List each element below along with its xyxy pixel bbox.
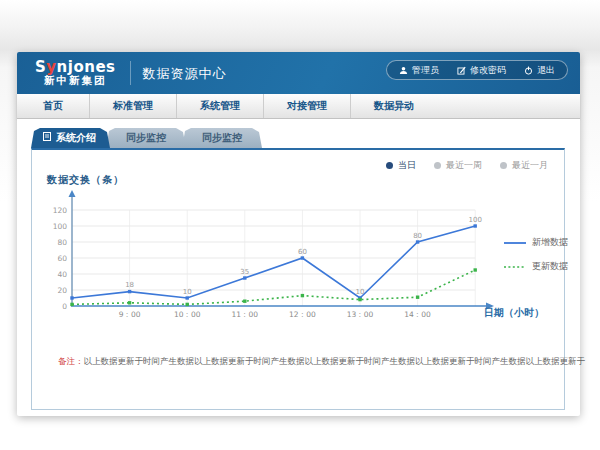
user-menu: 管理员 修改密码 退出 xyxy=(386,60,568,80)
filter-label: 最近一月 xyxy=(512,159,548,172)
legend-label: 新增数据 xyxy=(532,236,568,249)
y-axis-title: 数据交换（条） xyxy=(47,173,124,187)
change-password-button[interactable]: 修改密码 xyxy=(457,64,506,77)
tab-label: 同步监控 xyxy=(126,132,166,143)
company-logo: Synjones 新中新集团 xyxy=(35,59,116,87)
svg-text:10：00: 10：00 xyxy=(174,310,201,319)
radio-selected-icon xyxy=(386,162,393,169)
power-icon xyxy=(524,66,533,75)
svg-text:11：00: 11：00 xyxy=(232,310,259,319)
svg-text:10: 10 xyxy=(356,288,365,296)
brand-accent: y xyxy=(46,58,56,76)
svg-text:80: 80 xyxy=(413,232,422,240)
logout-button[interactable]: 退出 xyxy=(524,64,555,77)
tab-system-intro[interactable]: 系统介绍 xyxy=(31,128,110,148)
svg-text:13：00: 13：00 xyxy=(347,310,374,319)
svg-text:60: 60 xyxy=(298,248,307,256)
svg-text:80: 80 xyxy=(57,238,67,247)
document-icon xyxy=(43,128,51,148)
admin-user-button[interactable]: 管理员 xyxy=(399,64,439,77)
filter-last-month[interactable]: 最近一月 xyxy=(500,159,548,172)
note-prefix: 备注： xyxy=(58,356,84,366)
x-axis-title: 日期（小时） xyxy=(484,306,544,320)
chart-panel: 当日 最近一周 最近一月 数据交换（条） 0204060801001209：00… xyxy=(31,148,565,410)
tab-label: 同步监控 xyxy=(202,132,242,143)
svg-text:9：00: 9：00 xyxy=(119,310,141,319)
svg-text:18: 18 xyxy=(125,281,134,289)
svg-text:10: 10 xyxy=(183,288,192,296)
admin-user-label: 管理员 xyxy=(412,64,439,77)
company-name: 新中新集团 xyxy=(35,75,116,87)
header-divider xyxy=(130,61,131,85)
tab-sync-monitor-2[interactable]: 同步监控 xyxy=(182,128,262,148)
page-title: 数据资源中心 xyxy=(143,65,227,83)
logout-label: 退出 xyxy=(537,64,555,77)
nav-item-interface-mgmt[interactable]: 对接管理 xyxy=(264,94,351,118)
chart-legend: 新增数据 更新数据 xyxy=(504,236,568,273)
svg-text:20: 20 xyxy=(57,286,67,295)
main-nav: 首页 标准管理 系统管理 对接管理 数据异动 xyxy=(17,94,580,119)
brand-name: Synjones xyxy=(35,59,116,76)
user-icon xyxy=(399,66,408,75)
svg-text:100: 100 xyxy=(469,216,482,224)
dotted-line-icon xyxy=(504,263,526,271)
svg-text:0: 0 xyxy=(62,302,67,311)
tab-sync-monitor-1[interactable]: 同步监控 xyxy=(106,128,186,148)
svg-text:40: 40 xyxy=(57,270,67,279)
app-header: Synjones 新中新集团 数据资源中心 管理员 修改密码 xyxy=(17,52,580,94)
footer-note: 备注：以上数据更新于时间产生数据以上数据更新于时间产生数据以上数据更新于时间产生… xyxy=(58,356,558,368)
svg-text:14：00: 14：00 xyxy=(404,310,431,319)
legend-update-data[interactable]: 更新数据 xyxy=(504,260,568,273)
legend-new-data[interactable]: 新增数据 xyxy=(504,236,568,249)
tab-bar: 系统介绍 同步监控 同步监控 xyxy=(31,128,258,148)
filter-label: 最近一周 xyxy=(446,159,482,172)
svg-text:12：00: 12：00 xyxy=(289,310,316,319)
nav-item-system-mgmt[interactable]: 系统管理 xyxy=(177,94,264,118)
nav-item-standard-mgmt[interactable]: 标准管理 xyxy=(90,94,177,118)
svg-text:35: 35 xyxy=(240,268,249,276)
tab-label: 系统介绍 xyxy=(56,128,96,148)
app-window: Synjones 新中新集团 数据资源中心 管理员 修改密码 xyxy=(17,52,580,415)
svg-text:100: 100 xyxy=(53,222,68,231)
filter-today[interactable]: 当日 xyxy=(386,159,416,172)
radio-icon xyxy=(500,162,507,169)
filter-last-week[interactable]: 最近一周 xyxy=(434,159,482,172)
legend-label: 更新数据 xyxy=(532,260,568,273)
content-area: 系统介绍 同步监控 同步监控 当日 最近一周 xyxy=(17,119,580,416)
solid-line-icon xyxy=(504,239,526,247)
edit-icon xyxy=(457,66,466,75)
change-password-label: 修改密码 xyxy=(470,64,506,77)
nav-item-home[interactable]: 首页 xyxy=(17,94,90,118)
svg-text:60: 60 xyxy=(57,254,67,263)
brand-part: njones xyxy=(57,58,116,76)
time-range-filters: 当日 最近一周 最近一月 xyxy=(386,159,548,172)
filter-label: 当日 xyxy=(398,159,416,172)
radio-icon xyxy=(434,162,441,169)
brand-part: S xyxy=(35,58,46,76)
line-chart: 0204060801001209：0010：0011：0012：0013：001… xyxy=(36,190,528,330)
svg-text:120: 120 xyxy=(53,206,68,215)
nav-item-data-changes[interactable]: 数据异动 xyxy=(351,94,437,118)
note-text: 以上数据更新于时间产生数据以上数据更新于时间产生数据以上数据更新于时间产生数据以… xyxy=(84,356,586,366)
